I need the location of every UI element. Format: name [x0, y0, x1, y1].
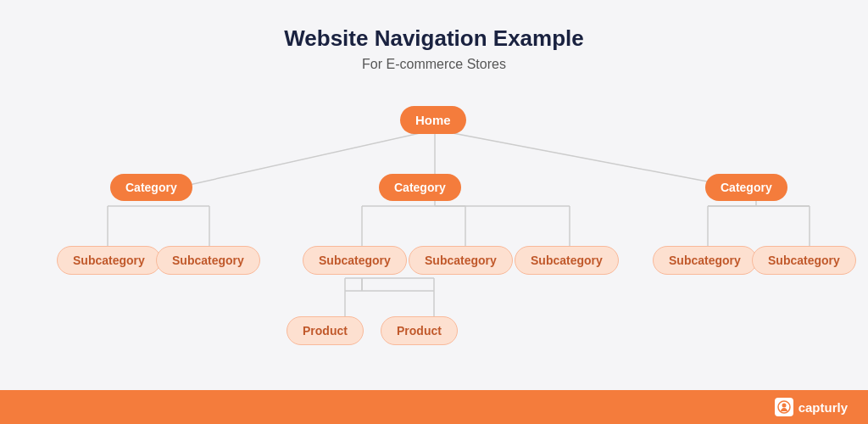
node-subcategory-1: Subcategory: [156, 246, 260, 275]
node-product-1: Product: [381, 316, 458, 345]
brand-icon: [775, 398, 793, 416]
tree-diagram: Home Category Category Category Subcateg…: [27, 98, 841, 377]
node-category-center: Category: [379, 174, 461, 201]
node-subcategory-0: Subcategory: [57, 246, 161, 275]
svg-point-24: [782, 404, 786, 408]
footer-bar: capturly: [0, 390, 868, 424]
node-category-right: Category: [705, 174, 787, 201]
node-subcategory-6: Subcategory: [752, 246, 856, 275]
main-container: Website Navigation Example For E-commerc…: [0, 0, 868, 390]
node-subcategory-4: Subcategory: [515, 246, 619, 275]
node-subcategory-2: Subcategory: [303, 246, 407, 275]
footer-brand: capturly: [775, 398, 848, 416]
page-title: Website Navigation Example: [284, 25, 584, 52]
node-product-0: Product: [287, 316, 364, 345]
node-subcategory-3: Subcategory: [409, 246, 513, 275]
node-category-left: Category: [110, 174, 192, 201]
brand-name: capturly: [798, 400, 848, 415]
page-subtitle: For E-commerce Stores: [362, 57, 506, 72]
node-subcategory-5: Subcategory: [653, 246, 757, 275]
node-home: Home: [400, 106, 466, 134]
